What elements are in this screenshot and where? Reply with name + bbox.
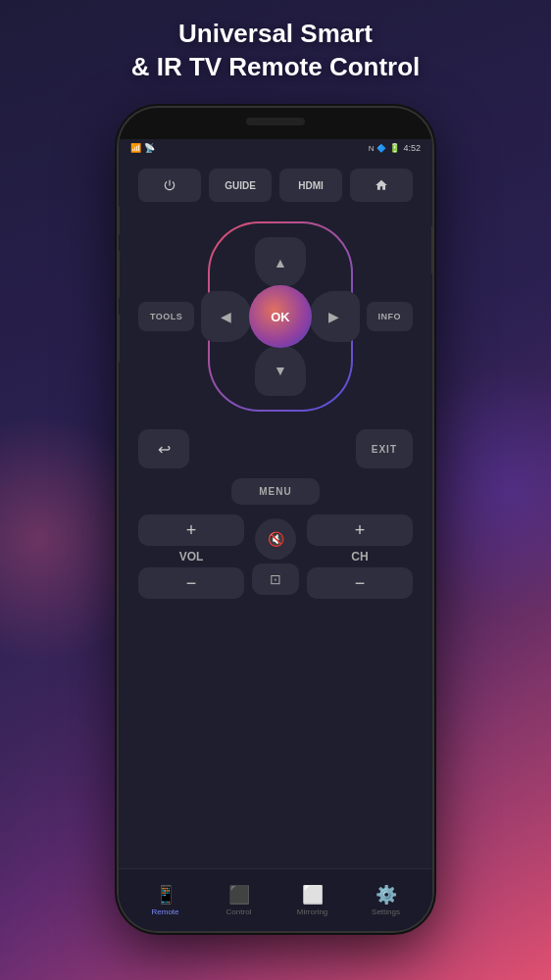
center-group: 🔇 ⊡ (252, 518, 299, 595)
back-icon: ↩ (158, 440, 171, 459)
ch-label: CH (351, 550, 368, 564)
right-side-buttons: INFO (367, 302, 414, 331)
vol-plus-button[interactable]: + (138, 514, 244, 546)
bluetooth-icon: 🔷 (376, 144, 386, 153)
phone-side-right-button (431, 225, 432, 274)
nfc-icon: N (369, 144, 375, 153)
time-display: 4:52 (403, 143, 421, 153)
mute-button[interactable]: 🔇 (255, 518, 296, 560)
dpad-left-button[interactable]: ◀ (201, 291, 252, 342)
remote-nav-icon: 📱 (155, 884, 176, 906)
status-right: N 🔷 🔋 4:52 (369, 143, 421, 153)
phone-notch (119, 108, 432, 139)
down-arrow-icon: ▼ (274, 363, 287, 378)
ok-label: OK (271, 310, 290, 324)
info-button[interactable]: INFO (367, 302, 414, 331)
nav-item-remote[interactable]: 📱 Remote (128, 884, 202, 916)
bottom-nav: 📱 Remote ⬛ Control ⬜ Mirroring ⚙️ Settin… (119, 868, 432, 931)
vol-label: VOL (179, 550, 204, 564)
vol-minus-button[interactable]: − (138, 567, 244, 599)
control-nav-icon: ⬛ (228, 884, 250, 906)
sim-icon: 📶 (130, 143, 141, 153)
menu-button[interactable]: MENU (231, 478, 319, 505)
home-button[interactable] (350, 169, 413, 202)
dpad-right-button[interactable]: ▶ (309, 291, 360, 342)
nav-item-mirroring[interactable]: ⬜ Mirroring (276, 884, 349, 916)
wifi-icon: 📡 (144, 143, 155, 153)
phone-side-left-top-button (119, 206, 120, 235)
left-side-buttons: TOOLS (138, 302, 194, 331)
vol-group: + VOL − (138, 514, 244, 599)
top-buttons-row: GUIDE HDMI (138, 169, 413, 202)
mirroring-nav-label: Mirroring (297, 907, 328, 916)
source-button[interactable]: ⊡ (252, 564, 299, 595)
dpad-cross: ▲ ▼ ◀ ▶ OK (197, 233, 364, 400)
dpad-ok-button[interactable]: OK (249, 285, 312, 348)
remote-body: GUIDE HDMI TOOLS ▲ (119, 157, 432, 868)
phone-side-left-bot-button (119, 314, 120, 363)
tools-button[interactable]: TOOLS (138, 302, 194, 331)
mute-icon: 🔇 (268, 531, 284, 547)
back-exit-row: ↩ EXIT (138, 429, 413, 468)
home-icon (375, 178, 388, 192)
up-arrow-icon: ▲ (274, 255, 287, 270)
dpad-down-button[interactable]: ▼ (255, 345, 306, 396)
ch-group: + CH − (307, 514, 413, 599)
ch-minus-button[interactable]: − (307, 567, 413, 599)
settings-nav-label: Settings (372, 907, 400, 916)
exit-button[interactable]: EXIT (356, 429, 413, 468)
hdmi-button[interactable]: HDMI (279, 169, 342, 202)
ch-plus-button[interactable]: + (307, 514, 413, 546)
left-arrow-icon: ◀ (221, 309, 231, 324)
settings-nav-icon: ⚙️ (376, 884, 397, 906)
phone-side-left-mid-button (119, 250, 120, 299)
back-button[interactable]: ↩ (138, 429, 189, 468)
status-bar: 📶 📡 N 🔷 🔋 4:52 (119, 139, 432, 157)
phone-shell: 📶 📡 N 🔷 🔋 4:52 GUIDE HDMI (119, 108, 432, 931)
battery-icon: 🔋 (389, 143, 400, 153)
power-icon (163, 178, 176, 192)
menu-row: MENU (138, 478, 413, 505)
nav-item-settings[interactable]: ⚙️ Settings (349, 884, 423, 916)
nav-item-control[interactable]: ⬛ Control (202, 884, 276, 916)
front-camera (246, 118, 305, 125)
vol-ch-section: + VOL − 🔇 ⊡ + CH − (138, 514, 413, 599)
dpad-section: TOOLS ▲ ▼ ◀ (138, 214, 413, 419)
mirroring-nav-icon: ⬜ (302, 884, 324, 906)
title-area: Universal Smart & IR TV Remote Control (0, 18, 551, 84)
dpad-container: ▲ ▼ ◀ ▶ OK (210, 223, 350, 410)
power-button[interactable] (138, 169, 201, 202)
dpad-up-button[interactable]: ▲ (255, 237, 306, 288)
right-arrow-icon: ▶ (328, 309, 339, 324)
guide-button[interactable]: GUIDE (209, 169, 272, 202)
source-icon: ⊡ (270, 571, 281, 587)
remote-nav-label: Remote (151, 907, 178, 916)
phone-screen: 📶 📡 N 🔷 🔋 4:52 GUIDE HDMI (119, 139, 432, 931)
app-title: Universal Smart & IR TV Remote Control (0, 18, 551, 84)
control-nav-label: Control (226, 907, 252, 916)
status-left: 📶 📡 (130, 143, 155, 153)
